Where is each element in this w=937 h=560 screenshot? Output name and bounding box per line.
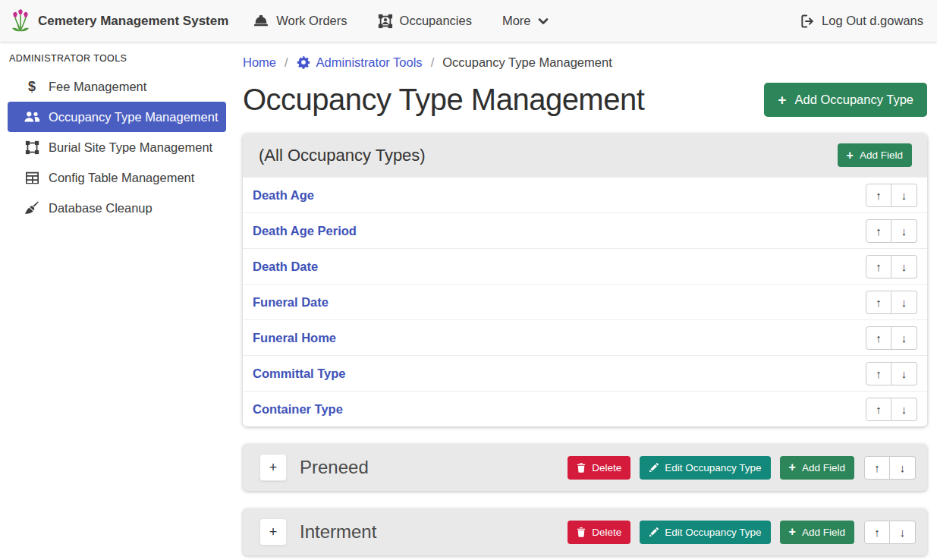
down-arrow-icon: ↓	[901, 189, 907, 202]
move-down-button[interactable]: ↓	[891, 398, 917, 421]
sidebar-item-config-table-management[interactable]: Config Table Management	[8, 162, 226, 193]
move-up-button[interactable]: ↑	[864, 456, 890, 480]
panel-add-field-label: Add Field	[860, 149, 903, 161]
move-up-button[interactable]: ↑	[866, 219, 891, 243]
reorder-group: ↑ ↓	[866, 184, 917, 207]
delete-button[interactable]: Delete	[568, 521, 630, 544]
pencil-icon	[649, 527, 659, 537]
add-field-button[interactable]: + Add Field	[780, 456, 854, 480]
trash-icon	[577, 527, 586, 537]
add-occupancy-type-button[interactable]: + Add Occupancy Type	[764, 83, 927, 117]
panel-add-field-button[interactable]: + Add Field	[838, 143, 912, 167]
down-arrow-icon: ↓	[901, 403, 907, 416]
up-arrow-icon: ↑	[876, 367, 882, 380]
up-arrow-icon: ↑	[876, 403, 882, 416]
nav-occupancies-label: Occupancies	[400, 14, 472, 28]
table-icon	[23, 171, 41, 184]
sidebar-item-occupancy-type-management[interactable]: Occupancy Type Management	[8, 102, 226, 132]
reorder-group: ↑ ↓	[864, 456, 916, 480]
expand-button[interactable]: +	[259, 454, 287, 481]
edit-occupancy-type-label: Edit Occupancy Type	[665, 527, 761, 538]
page-title: Occupancy Type Management	[243, 83, 644, 117]
up-arrow-icon: ↑	[874, 461, 880, 474]
move-down-button[interactable]: ↓	[891, 255, 917, 278]
breadcrumb-home-label: Home	[243, 55, 276, 70]
section-actions: Delete Edit Occupancy Type	[568, 521, 916, 544]
tulip-logo-icon	[11, 9, 30, 33]
sidebar-item-label: Burial Site Type Management	[49, 140, 212, 155]
delete-label: Delete	[592, 462, 621, 473]
move-down-button[interactable]: ↓	[891, 291, 917, 314]
app-root: Cemetery Management System Work Orders	[0, 0, 937, 560]
move-down-button[interactable]: ↓	[891, 184, 917, 207]
move-down-button[interactable]: ↓	[890, 456, 916, 480]
vector-square-icon	[23, 140, 41, 155]
down-arrow-icon: ↓	[901, 260, 907, 273]
breadcrumb-separator: /	[285, 55, 288, 70]
logout-label: Log Out d.gowans	[822, 14, 923, 28]
dollar-icon: $	[23, 79, 41, 95]
move-up-button[interactable]: ↑	[866, 362, 891, 385]
field-link-funeral-home[interactable]: Funeral Home	[253, 331, 336, 345]
move-up-button[interactable]: ↑	[864, 521, 890, 544]
breadcrumb-home[interactable]: Home	[243, 55, 276, 70]
field-row: Death Date ↑ ↓	[243, 248, 927, 284]
add-field-button[interactable]: + Add Field	[780, 521, 854, 544]
breadcrumb-current: Occupancy Type Management	[442, 55, 612, 70]
field-row: Container Type ↑ ↓	[243, 391, 927, 426]
field-link-funeral-date[interactable]: Funeral Date	[253, 295, 329, 310]
nav-more-label: More	[502, 14, 531, 28]
pencil-icon	[649, 463, 659, 473]
down-arrow-icon: ↓	[900, 526, 906, 539]
plus-icon: +	[778, 93, 786, 107]
trash-icon	[577, 462, 586, 473]
edit-occupancy-type-button[interactable]: Edit Occupancy Type	[640, 456, 770, 480]
move-up-button[interactable]: ↑	[866, 255, 891, 278]
move-up-button[interactable]: ↑	[866, 291, 891, 314]
field-link-death-age-period[interactable]: Death Age Period	[253, 224, 357, 238]
section-actions: Delete Edit Occupancy Type	[568, 456, 916, 480]
move-down-button[interactable]: ↓	[891, 326, 917, 350]
occupancy-type-section-interment: + Interment Delete	[243, 508, 927, 555]
nav-links: Work Orders Occupancies More	[253, 14, 548, 29]
move-up-button[interactable]: ↑	[866, 326, 891, 350]
up-arrow-icon: ↑	[876, 296, 882, 309]
move-up-button[interactable]: ↑	[866, 398, 891, 421]
occupancy-type-section-preneed: + Preneed Delete	[243, 444, 927, 491]
logout-button[interactable]: Log Out d.gowans	[800, 14, 923, 29]
section-name: Interment	[300, 521, 376, 543]
sidebar-item-label: Fee Management	[49, 80, 146, 94]
sidebar-item-database-cleanup[interactable]: Database Cleanup	[8, 193, 226, 223]
users-icon	[23, 111, 41, 123]
down-arrow-icon: ↓	[901, 367, 907, 380]
nav-occupancies[interactable]: Occupancies	[378, 14, 472, 29]
move-down-button[interactable]: ↓	[890, 521, 916, 544]
down-arrow-icon: ↓	[901, 332, 907, 344]
breadcrumb-admin-tools-label: Administrator Tools	[316, 55, 423, 70]
expand-button[interactable]: +	[259, 518, 287, 546]
delete-button[interactable]: Delete	[568, 456, 630, 480]
add-field-label: Add Field	[802, 462, 845, 473]
gear-icon	[297, 55, 310, 69]
sidebar-item-burial-site-type-management[interactable]: Burial Site Type Management	[8, 132, 226, 162]
move-down-button[interactable]: ↓	[891, 362, 917, 385]
plus-icon: +	[269, 524, 278, 540]
field-link-death-date[interactable]: Death Date	[253, 260, 318, 274]
edit-occupancy-type-button[interactable]: Edit Occupancy Type	[640, 521, 770, 544]
down-arrow-icon: ↓	[901, 225, 907, 238]
reorder-group: ↑ ↓	[866, 398, 917, 421]
field-link-committal-type[interactable]: Committal Type	[253, 367, 346, 381]
move-down-button[interactable]: ↓	[891, 219, 917, 243]
field-link-death-age[interactable]: Death Age	[253, 188, 314, 203]
plus-icon: +	[269, 460, 278, 476]
move-up-button[interactable]: ↑	[866, 184, 891, 207]
nav-more[interactable]: More	[502, 14, 549, 28]
field-link-container-type[interactable]: Container Type	[253, 402, 343, 417]
hard-hat-icon	[253, 14, 269, 28]
all-occupancy-types-panel: (All Occupancy Types) + Add Field Death …	[243, 134, 927, 426]
nav-work-orders[interactable]: Work Orders	[253, 14, 347, 28]
breadcrumb-administrator-tools[interactable]: Administrator Tools	[297, 55, 423, 70]
sidebar-item-label: Occupancy Type Management	[49, 110, 219, 124]
sidebar-item-fee-management[interactable]: $ Fee Management	[8, 71, 226, 102]
brand[interactable]: Cemetery Management System	[11, 9, 228, 33]
